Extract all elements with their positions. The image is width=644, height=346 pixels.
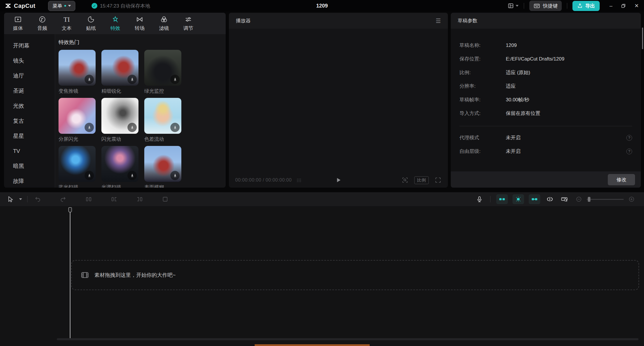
effect-thumbnail[interactable] [144,50,181,86]
main-track-magnet-toggle[interactable] [496,194,508,204]
horizontal-scrollbar[interactable] [57,338,638,340]
category-disco[interactable]: 迪厅 [4,68,55,83]
tab-adjust[interactable]: 调节 [176,15,200,32]
download-icon[interactable] [85,123,94,132]
category-retro[interactable]: 复古 [4,113,55,129]
menu-button[interactable]: 菜单 [48,1,75,11]
download-icon[interactable] [170,123,180,132]
layout-icon [508,3,514,9]
play-button[interactable] [335,177,342,183]
effect-card[interactable]: 绿光监控 [144,50,181,94]
layout-switch-button[interactable] [508,3,519,9]
download-icon[interactable] [85,75,94,84]
select-cursor-icon[interactable] [5,194,15,204]
effect-thumbnail[interactable] [59,146,96,182]
download-icon[interactable] [127,75,137,84]
preview-zoom-icon[interactable] [402,177,408,184]
category-glitch[interactable]: 故障 [4,174,55,188]
fullscreen-icon[interactable] [435,177,442,184]
minimize-button[interactable]: – [610,3,612,8]
effect-card[interactable]: 精细锐化 [101,50,138,94]
download-icon[interactable] [85,171,94,180]
modify-button[interactable]: 修改 [608,174,635,185]
download-icon[interactable] [127,171,137,180]
divider [27,196,28,202]
help-icon[interactable]: ? [626,149,632,154]
field-value: E:/EFI/CapCut Drafts/1209 [506,56,564,62]
auto-snap-toggle[interactable] [512,194,524,204]
media-drop-zone[interactable]: 素材拖拽到这里，开始你的大作吧~ [71,260,639,290]
tab-media[interactable]: 媒体 [6,15,30,32]
vertical-scrollbar[interactable] [642,28,643,49]
close-button[interactable]: ✕ [634,3,639,8]
keyboard-icon [533,2,540,9]
player-menu-icon[interactable]: ☰ [436,17,441,24]
player-panel: 播放器 ☰ 00:00:00:00 / 00:00:00:00 比例 [229,13,448,188]
tab-adjust-label: 调节 [183,25,193,32]
freeze-frame-icon[interactable] [160,194,170,204]
effect-card[interactable]: 光谱扫描 [101,146,138,188]
global-preview-zoom-icon[interactable] [559,194,569,204]
undo-icon[interactable] [33,194,43,204]
zoom-slider-track[interactable] [587,199,624,200]
effect-thumbnail[interactable] [59,50,96,86]
draft-field-location: 保存位置: E:/EFI/CapCut Drafts/1209 [459,52,632,66]
tab-filter[interactable]: 滤镜 [152,15,176,32]
effect-thumbnail[interactable] [59,98,96,134]
restore-button[interactable] [621,3,626,8]
effects-grid: 变焦推镜 精细锐化 绿光监控 [59,50,226,188]
tab-text[interactable]: TI 文本 [54,15,79,32]
effect-card[interactable]: 分屏闪光 [59,98,96,142]
category-stars[interactable]: 星星 [4,129,55,144]
effects-icon [112,15,119,23]
effect-thumbnail[interactable] [101,146,138,182]
category-dark[interactable]: 暗黑 [4,159,55,174]
tab-audio-label: 音频 [37,25,47,32]
linkage-toggle[interactable] [529,194,540,204]
asset-tab-bar: 媒体 音频 TI 文本 贴纸 特效 转场 [4,13,226,34]
effect-card[interactable]: 表面模糊 [144,146,181,188]
record-voiceover-icon[interactable] [475,194,484,204]
tab-audio[interactable]: 音频 [30,15,54,32]
effect-thumbnail[interactable] [144,98,181,134]
tab-effects[interactable]: 特效 [103,15,127,32]
effect-card[interactable]: 蓝光扫描 [59,146,96,188]
tab-sticker[interactable]: 贴纸 [79,15,103,32]
category-camera[interactable]: 镜头 [4,53,55,68]
preview-axis-toggle[interactable] [545,194,555,204]
effect-thumbnail[interactable] [144,146,181,182]
split-icon[interactable] [84,194,94,204]
download-icon[interactable] [170,171,180,180]
category-tv[interactable]: TV [4,144,55,159]
shortcuts-button[interactable]: 快捷键 [529,1,562,11]
audio-icon [39,15,46,23]
menu-badge-dot [64,5,66,7]
delete-right-icon[interactable] [135,194,145,204]
effect-card[interactable]: 闪光震动 [101,98,138,142]
tab-transition[interactable]: 转场 [127,15,152,32]
timeline-area[interactable]: 素材拖拽到这里，开始你的大作吧~ [0,206,644,346]
autosave-text: 15:47:23 自动保存本地 [100,3,150,9]
zoom-in-icon[interactable] [627,194,636,204]
ratio-button[interactable]: 比例 [414,176,429,184]
effect-card[interactable]: 变焦推镜 [59,50,96,94]
playhead-handle[interactable] [68,207,72,212]
delete-left-icon[interactable] [109,194,119,204]
effect-thumbnail[interactable] [101,50,138,86]
clip-info-icon [296,177,302,183]
effect-card[interactable]: 色差流动 [144,98,181,142]
download-icon[interactable] [170,75,180,84]
draft-field-freelayer: 自由层级: 未开启 ? [459,144,632,158]
help-icon[interactable]: ? [626,135,632,141]
export-button[interactable]: 导出 [572,1,600,11]
chevron-down-icon[interactable] [19,198,22,200]
zoom-out-icon[interactable] [574,194,584,204]
category-light[interactable]: 光效 [4,98,55,113]
timeline-zoom-control [574,194,636,204]
zoom-slider-thumb[interactable] [588,197,590,202]
download-icon[interactable] [127,123,137,132]
category-opening-closing[interactable]: 开闭幕 [4,38,55,53]
category-christmas[interactable]: 圣诞 [4,83,55,98]
redo-icon[interactable] [58,194,68,204]
effect-thumbnail[interactable] [101,98,138,134]
